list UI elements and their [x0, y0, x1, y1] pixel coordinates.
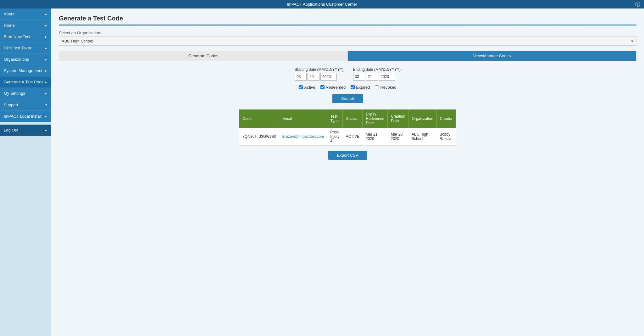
checkbox-revoked-input[interactable]	[375, 85, 379, 89]
col-creation-date: Creation Date	[388, 109, 408, 128]
chevron-right-icon: ►	[44, 92, 47, 95]
checkbox-active-label: Active	[304, 85, 315, 90]
checkbox-redeemed-label: Redeemed	[326, 85, 346, 90]
sidebar-item-organizations[interactable]: Organizations ►	[0, 54, 51, 65]
sidebar-label-find-test-taker: Find Test Taker	[4, 46, 31, 50]
start-year-input[interactable]	[320, 73, 337, 81]
sidebar-label-support: Support	[4, 103, 18, 107]
results-table-body: 7QN86TTJ3GW793 Brazavi@impacttest.com Po…	[239, 128, 456, 146]
date-row: Starting date (MM/DD/YYYY) Ending date (…	[295, 67, 401, 81]
cell-creation-date: Mar 20, 2020	[388, 128, 408, 146]
sidebar-item-logout[interactable]: Log Out ►	[0, 125, 51, 136]
cell-organization: ABC High School	[408, 128, 436, 146]
checkbox-expired[interactable]: Expired	[351, 85, 370, 90]
sidebar-item-find-test-taker[interactable]: Find Test Taker ►	[0, 42, 51, 54]
org-select-wrapper: ABC High School ▼	[59, 36, 636, 46]
tab-view-manage-codes[interactable]: View/Manage Codes	[348, 51, 636, 61]
sidebar-label-impactlocal: ImPACT Local Install	[4, 114, 42, 119]
sidebar-label-my-settings: My Settings	[4, 91, 25, 96]
help-icon[interactable]: ⓘ	[635, 1, 640, 8]
end-date-label: Ending date (MM/DD/YYYY)	[353, 67, 401, 72]
chevron-right-icon: ►	[44, 115, 47, 118]
tab-generate-codes[interactable]: Generate Codes	[59, 51, 348, 61]
sidebar-item-system-management[interactable]: System Management ►	[0, 65, 51, 76]
chevron-right-icon: ►	[44, 24, 47, 27]
tab-bar: Generate Codes View/Manage Codes	[59, 51, 636, 61]
start-date-inputs	[295, 73, 343, 81]
export-section: Export CSV	[59, 151, 636, 160]
sidebar-label-system-management: System Management	[4, 68, 42, 73]
chevron-right-icon: ►	[44, 69, 47, 73]
cell-email[interactable]: Brazavi@impacttest.com	[279, 128, 327, 146]
sidebar-item-generate-test-code[interactable]: Generate a Test Code ►	[0, 76, 51, 88]
end-month-input[interactable]	[353, 73, 365, 81]
chevron-right-icon: ►	[44, 128, 47, 132]
checkbox-redeemed[interactable]: Redeemed	[320, 85, 346, 90]
page-divider	[59, 25, 636, 25]
sidebar-item-my-settings[interactable]: My Settings ►	[0, 88, 51, 99]
sidebar-label-organizations: Organizations	[4, 57, 29, 62]
sidebar: About ► Home ► Start New Test ► Find Tes…	[0, 8, 51, 336]
start-day-input[interactable]	[308, 73, 319, 81]
sidebar-item-impactlocal[interactable]: ImPACT Local Install ►	[0, 111, 51, 122]
main-content: Generate a Test Code Select an Organizat…	[51, 8, 644, 336]
cell-code: 7QN86TTJ3GW793	[239, 128, 279, 146]
top-bar: ImPACT Applications Customer Center ⓘ	[0, 0, 644, 8]
start-date-group: Starting date (MM/DD/YYYY)	[295, 67, 343, 81]
export-csv-button[interactable]: Export CSV	[328, 151, 367, 160]
cell-expiry: Mar 21, 2020	[363, 128, 388, 146]
checkbox-expired-input[interactable]	[351, 85, 355, 89]
end-date-inputs	[353, 73, 401, 81]
checkbox-row: Active Redeemed Expired Revoked	[299, 85, 396, 90]
filter-section: Starting date (MM/DD/YYYY) Ending date (…	[59, 67, 636, 103]
plus-icon: +	[45, 102, 47, 107]
end-year-input[interactable]	[379, 73, 395, 81]
results-table: Code Email Test Type Status Expiry / Red…	[239, 109, 456, 146]
table-row: 7QN86TTJ3GW793 Brazavi@impacttest.com Po…	[239, 128, 456, 146]
page-title: Generate a Test Code	[59, 15, 636, 22]
org-select-section: Select an Organization: ABC High School …	[59, 31, 636, 46]
sidebar-label-generate-test-code: Generate a Test Code	[4, 80, 44, 84]
sidebar-label-about: About	[4, 12, 14, 16]
sidebar-item-home[interactable]: Home ►	[0, 20, 51, 31]
col-organization: Organization	[408, 109, 436, 128]
sidebar-label-logout: Log Out	[4, 128, 18, 132]
checkbox-active[interactable]: Active	[299, 85, 315, 90]
col-code: Code	[239, 109, 279, 128]
org-select-label: Select an Organization:	[59, 31, 636, 35]
end-day-input[interactable]	[366, 73, 378, 81]
sidebar-item-about[interactable]: About ►	[0, 8, 51, 20]
checkbox-active-input[interactable]	[299, 85, 303, 89]
chevron-right-icon: ►	[44, 46, 47, 50]
cell-status: ACTIVE	[343, 128, 363, 146]
chevron-right-icon: ►	[44, 12, 47, 16]
checkbox-revoked-label: Revoked	[380, 85, 396, 90]
sidebar-item-support[interactable]: Support +	[0, 99, 51, 111]
cell-creator: Bobby Razavi	[436, 128, 456, 146]
end-date-group: Ending date (MM/DD/YYYY)	[353, 67, 401, 81]
sidebar-label-start-new-test: Start New Test	[4, 34, 30, 39]
org-select[interactable]: ABC High School	[59, 36, 636, 46]
chevron-right-icon: ►	[44, 80, 47, 84]
app-title: ImPACT Applications Customer Center	[287, 2, 357, 7]
search-button[interactable]: Search	[332, 94, 363, 103]
cell-test-type: Post-Injury 4	[327, 128, 342, 146]
sidebar-divider	[0, 122, 51, 125]
chevron-right-icon: ►	[44, 58, 47, 61]
sidebar-label-home: Home	[4, 23, 15, 28]
col-status: Status	[343, 109, 363, 128]
chevron-right-icon: ►	[44, 35, 47, 39]
start-month-input[interactable]	[295, 73, 307, 81]
start-date-label: Starting date (MM/DD/YYYY)	[295, 67, 343, 72]
col-email: Email	[279, 109, 327, 128]
checkbox-expired-label: Expired	[356, 85, 370, 90]
col-creator: Creator	[436, 109, 456, 128]
table-header-row: Code Email Test Type Status Expiry / Red…	[239, 109, 456, 128]
checkbox-revoked[interactable]: Revoked	[375, 85, 396, 90]
col-test-type: Test Type	[327, 109, 342, 128]
email-link[interactable]: Brazavi@impacttest.com	[282, 134, 324, 139]
checkbox-redeemed-input[interactable]	[320, 85, 325, 89]
sidebar-item-start-new-test[interactable]: Start New Test ►	[0, 31, 51, 42]
col-expiry: Expiry / Redeemed Date	[363, 109, 388, 128]
